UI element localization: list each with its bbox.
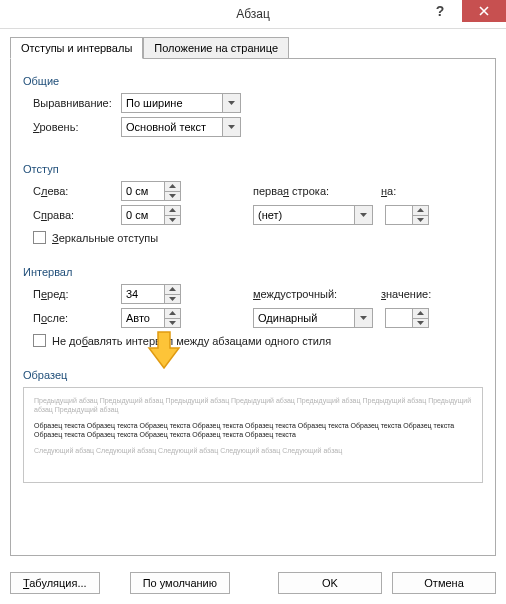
spin-up-icon[interactable] xyxy=(413,309,428,319)
level-combo[interactable]: Основной текст xyxy=(121,117,241,137)
spin-down-icon[interactable] xyxy=(165,216,180,225)
right-indent-label: Справа: xyxy=(33,209,121,221)
spin-down-icon[interactable] xyxy=(413,216,428,225)
spin-down-icon[interactable] xyxy=(413,319,428,328)
preview-next-paragraph: Следующий абзац Следующий абзац Следующи… xyxy=(34,446,472,455)
preview-prev-paragraph: Предыдущий абзац Предыдущий абзац Предыд… xyxy=(34,396,472,415)
after-spinner[interactable]: Авто xyxy=(121,308,181,328)
section-spacing: Интервал xyxy=(23,266,483,278)
before-spinner[interactable]: 34 xyxy=(121,284,181,304)
mirror-indents-checkbox[interactable] xyxy=(33,231,46,244)
close-icon xyxy=(479,6,489,16)
spin-up-icon[interactable] xyxy=(165,182,180,192)
first-line-combo[interactable]: (нет) xyxy=(253,205,373,225)
after-label: После: xyxy=(33,312,121,324)
spin-up-icon[interactable] xyxy=(165,206,180,216)
spin-down-icon[interactable] xyxy=(165,295,180,304)
cancel-button[interactable]: Отмена xyxy=(392,572,496,594)
spin-down-icon[interactable] xyxy=(165,192,180,201)
preview-sample-text: Образец текста Образец текста Образец те… xyxy=(34,421,472,440)
spin-up-icon[interactable] xyxy=(165,309,180,319)
mirror-indents-label: Зеркальные отступы xyxy=(52,232,158,244)
chevron-down-icon xyxy=(222,118,240,136)
line-spacing-combo[interactable]: Одинарный xyxy=(253,308,373,328)
spin-down-icon[interactable] xyxy=(165,319,180,328)
close-button[interactable] xyxy=(462,0,506,22)
spin-up-icon[interactable] xyxy=(165,285,180,295)
dont-add-space-label: Не добавлять интервал между абзацами одн… xyxy=(52,335,331,347)
first-line-label: первая строка: xyxy=(253,185,363,197)
title-bar: Абзац ? xyxy=(0,0,506,29)
tabs-button[interactable]: Табуляция... xyxy=(10,572,100,594)
dont-add-space-checkbox[interactable] xyxy=(33,334,46,347)
section-general: Общие xyxy=(23,75,483,87)
right-indent-spinner[interactable]: 0 см xyxy=(121,205,181,225)
section-indent: Отступ xyxy=(23,163,483,175)
on-spinner[interactable] xyxy=(385,205,429,225)
chevron-down-icon xyxy=(354,309,372,327)
help-button[interactable]: ? xyxy=(418,0,462,22)
line-spacing-label: междустрочный: xyxy=(253,288,363,300)
ok-button[interactable]: OK xyxy=(278,572,382,594)
chevron-down-icon xyxy=(354,206,372,224)
value-spinner[interactable] xyxy=(385,308,429,328)
chevron-down-icon xyxy=(222,94,240,112)
tab-page-position[interactable]: Положение на странице xyxy=(143,37,289,59)
left-indent-label: Слева: xyxy=(33,185,121,197)
on-label: на: xyxy=(381,185,396,197)
section-preview: Образец xyxy=(23,369,483,381)
preview-box: Предыдущий абзац Предыдущий абзац Предыд… xyxy=(23,387,483,483)
alignment-label: Выравнивание: xyxy=(33,97,121,109)
window-title: Абзац xyxy=(236,7,270,21)
tab-indents-spacing[interactable]: Отступы и интервалы xyxy=(10,37,143,59)
before-label: Перед: xyxy=(33,288,121,300)
level-label: Уровень: xyxy=(33,121,121,133)
default-button[interactable]: По умолчанию xyxy=(130,572,230,594)
spin-up-icon[interactable] xyxy=(413,206,428,216)
alignment-combo[interactable]: По ширине xyxy=(121,93,241,113)
value-label: значение: xyxy=(381,288,431,300)
left-indent-spinner[interactable]: 0 см xyxy=(121,181,181,201)
